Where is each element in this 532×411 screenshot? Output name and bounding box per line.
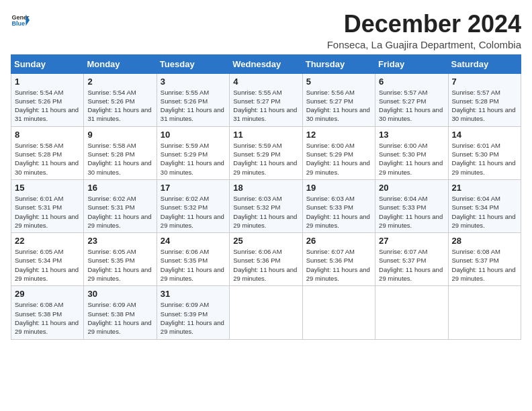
day-info: Sunrise: 5:55 AMSunset: 5:27 PMDaylight:… bbox=[233, 89, 297, 123]
day-number: 27 bbox=[379, 236, 444, 246]
weekday-header-row: SundayMondayTuesdayWednesdayThursdayFrid… bbox=[11, 54, 521, 73]
logo: General Blue bbox=[11, 11, 30, 30]
calendar-day-cell: 17 Sunrise: 6:02 AMSunset: 5:32 PMDaylig… bbox=[157, 179, 229, 232]
calendar-day-cell bbox=[448, 286, 521, 339]
calendar-day-cell: 14 Sunrise: 6:01 AMSunset: 5:30 PMDaylig… bbox=[448, 126, 521, 179]
day-number: 21 bbox=[452, 183, 517, 193]
day-info: Sunrise: 6:09 AMSunset: 5:38 PMDaylight:… bbox=[87, 301, 151, 335]
weekday-header-cell: Friday bbox=[375, 54, 448, 73]
calendar-day-cell: 9 Sunrise: 5:58 AMSunset: 5:28 PMDayligh… bbox=[84, 126, 157, 179]
day-number: 25 bbox=[233, 236, 298, 246]
day-info: Sunrise: 6:08 AMSunset: 5:38 PMDaylight:… bbox=[15, 301, 79, 335]
calendar-day-cell: 11 Sunrise: 5:59 AMSunset: 5:29 PMDaylig… bbox=[230, 126, 302, 179]
calendar-day-cell: 8 Sunrise: 5:58 AMSunset: 5:28 PMDayligh… bbox=[11, 126, 84, 179]
day-info: Sunrise: 6:02 AMSunset: 5:31 PMDaylight:… bbox=[87, 195, 151, 229]
day-info: Sunrise: 6:07 AMSunset: 5:37 PMDaylight:… bbox=[379, 248, 443, 282]
day-number: 9 bbox=[87, 130, 152, 140]
day-number: 23 bbox=[87, 236, 152, 246]
calendar-subtitle: Fonseca, La Guajira Department, Colombia bbox=[327, 39, 521, 50]
calendar-day-cell: 20 Sunrise: 6:04 AMSunset: 5:33 PMDaylig… bbox=[375, 179, 448, 232]
calendar-body: 1 Sunrise: 5:54 AMSunset: 5:26 PMDayligh… bbox=[11, 73, 521, 339]
day-info: Sunrise: 6:00 AMSunset: 5:29 PMDaylight:… bbox=[306, 142, 370, 176]
calendar-day-cell: 3 Sunrise: 5:55 AMSunset: 5:26 PMDayligh… bbox=[157, 73, 229, 126]
day-info: Sunrise: 6:06 AMSunset: 5:36 PMDaylight:… bbox=[233, 248, 297, 282]
weekday-header-cell: Tuesday bbox=[157, 54, 229, 73]
calendar-day-cell: 21 Sunrise: 6:04 AMSunset: 5:34 PMDaylig… bbox=[448, 179, 521, 232]
day-number: 2 bbox=[87, 77, 152, 87]
day-info: Sunrise: 5:56 AMSunset: 5:27 PMDaylight:… bbox=[306, 89, 370, 123]
day-number: 20 bbox=[379, 183, 444, 193]
calendar-day-cell: 23 Sunrise: 6:05 AMSunset: 5:35 PMDaylig… bbox=[84, 233, 157, 286]
day-info: Sunrise: 6:05 AMSunset: 5:35 PMDaylight:… bbox=[87, 248, 151, 282]
day-number: 4 bbox=[233, 77, 298, 87]
day-info: Sunrise: 6:09 AMSunset: 5:39 PMDaylight:… bbox=[161, 301, 224, 335]
day-number: 30 bbox=[87, 289, 152, 299]
day-number: 14 bbox=[452, 130, 517, 140]
calendar-title: December 2024 bbox=[327, 11, 521, 38]
calendar-week-row: 15 Sunrise: 6:01 AMSunset: 5:31 PMDaylig… bbox=[11, 179, 521, 232]
day-number: 1 bbox=[15, 77, 80, 87]
calendar-week-row: 22 Sunrise: 6:05 AMSunset: 5:34 PMDaylig… bbox=[11, 233, 521, 286]
day-number: 24 bbox=[161, 236, 226, 246]
header: General Blue December 2024 Fonseca, La G… bbox=[11, 11, 521, 50]
calendar-day-cell: 5 Sunrise: 5:56 AMSunset: 5:27 PMDayligh… bbox=[302, 73, 375, 126]
day-number: 10 bbox=[161, 130, 226, 140]
calendar-day-cell bbox=[302, 286, 375, 339]
calendar-day-cell: 10 Sunrise: 5:59 AMSunset: 5:29 PMDaylig… bbox=[157, 126, 229, 179]
day-number: 12 bbox=[306, 130, 371, 140]
calendar-day-cell: 2 Sunrise: 5:54 AMSunset: 5:26 PMDayligh… bbox=[84, 73, 157, 126]
day-info: Sunrise: 5:57 AMSunset: 5:28 PMDaylight:… bbox=[452, 89, 516, 123]
day-info: Sunrise: 6:04 AMSunset: 5:34 PMDaylight:… bbox=[452, 195, 516, 229]
day-info: Sunrise: 6:08 AMSunset: 5:37 PMDaylight:… bbox=[452, 248, 516, 282]
calendar-day-cell: 27 Sunrise: 6:07 AMSunset: 5:37 PMDaylig… bbox=[375, 233, 448, 286]
calendar-day-cell bbox=[375, 286, 448, 339]
day-info: Sunrise: 6:06 AMSunset: 5:35 PMDaylight:… bbox=[161, 248, 224, 282]
weekday-header-cell: Sunday bbox=[11, 54, 84, 73]
day-number: 16 bbox=[87, 183, 152, 193]
calendar-day-cell: 12 Sunrise: 6:00 AMSunset: 5:29 PMDaylig… bbox=[302, 126, 375, 179]
day-info: Sunrise: 6:01 AMSunset: 5:30 PMDaylight:… bbox=[452, 142, 516, 176]
day-number: 17 bbox=[161, 183, 226, 193]
day-info: Sunrise: 5:54 AMSunset: 5:26 PMDaylight:… bbox=[15, 89, 79, 123]
svg-text:Blue: Blue bbox=[11, 20, 25, 27]
day-number: 5 bbox=[306, 77, 371, 87]
calendar-day-cell: 16 Sunrise: 6:02 AMSunset: 5:31 PMDaylig… bbox=[84, 179, 157, 232]
day-info: Sunrise: 6:02 AMSunset: 5:32 PMDaylight:… bbox=[161, 195, 224, 229]
day-info: Sunrise: 6:01 AMSunset: 5:31 PMDaylight:… bbox=[15, 195, 79, 229]
calendar-day-cell: 28 Sunrise: 6:08 AMSunset: 5:37 PMDaylig… bbox=[448, 233, 521, 286]
day-info: Sunrise: 6:03 AMSunset: 5:32 PMDaylight:… bbox=[233, 195, 297, 229]
title-block: December 2024 Fonseca, La Guajira Depart… bbox=[327, 11, 521, 50]
calendar-day-cell: 30 Sunrise: 6:09 AMSunset: 5:38 PMDaylig… bbox=[84, 286, 157, 339]
logo-icon: General Blue bbox=[11, 11, 30, 30]
day-number: 8 bbox=[15, 130, 80, 140]
calendar-day-cell: 15 Sunrise: 6:01 AMSunset: 5:31 PMDaylig… bbox=[11, 179, 84, 232]
day-info: Sunrise: 5:58 AMSunset: 5:28 PMDaylight:… bbox=[15, 142, 79, 176]
day-info: Sunrise: 5:54 AMSunset: 5:26 PMDaylight:… bbox=[87, 89, 151, 123]
calendar-day-cell: 13 Sunrise: 6:00 AMSunset: 5:30 PMDaylig… bbox=[375, 126, 448, 179]
weekday-header-cell: Thursday bbox=[302, 54, 375, 73]
calendar-day-cell: 18 Sunrise: 6:03 AMSunset: 5:32 PMDaylig… bbox=[230, 179, 302, 232]
calendar-day-cell: 6 Sunrise: 5:57 AMSunset: 5:27 PMDayligh… bbox=[375, 73, 448, 126]
calendar-day-cell: 4 Sunrise: 5:55 AMSunset: 5:27 PMDayligh… bbox=[230, 73, 302, 126]
day-number: 18 bbox=[233, 183, 298, 193]
day-number: 6 bbox=[379, 77, 444, 87]
calendar-week-row: 8 Sunrise: 5:58 AMSunset: 5:28 PMDayligh… bbox=[11, 126, 521, 179]
day-info: Sunrise: 5:59 AMSunset: 5:29 PMDaylight:… bbox=[161, 142, 224, 176]
calendar-day-cell: 7 Sunrise: 5:57 AMSunset: 5:28 PMDayligh… bbox=[448, 73, 521, 126]
day-number: 31 bbox=[161, 289, 226, 299]
calendar-day-cell: 29 Sunrise: 6:08 AMSunset: 5:38 PMDaylig… bbox=[11, 286, 84, 339]
day-info: Sunrise: 6:05 AMSunset: 5:34 PMDaylight:… bbox=[15, 248, 79, 282]
day-info: Sunrise: 6:07 AMSunset: 5:36 PMDaylight:… bbox=[306, 248, 370, 282]
day-info: Sunrise: 6:00 AMSunset: 5:30 PMDaylight:… bbox=[379, 142, 443, 176]
calendar-day-cell: 25 Sunrise: 6:06 AMSunset: 5:36 PMDaylig… bbox=[230, 233, 302, 286]
day-info: Sunrise: 6:03 AMSunset: 5:33 PMDaylight:… bbox=[306, 195, 370, 229]
day-number: 3 bbox=[161, 77, 226, 87]
calendar-week-row: 1 Sunrise: 5:54 AMSunset: 5:26 PMDayligh… bbox=[11, 73, 521, 126]
calendar-day-cell: 22 Sunrise: 6:05 AMSunset: 5:34 PMDaylig… bbox=[11, 233, 84, 286]
day-info: Sunrise: 5:55 AMSunset: 5:26 PMDaylight:… bbox=[161, 89, 224, 123]
calendar-day-cell: 26 Sunrise: 6:07 AMSunset: 5:36 PMDaylig… bbox=[302, 233, 375, 286]
weekday-header-cell: Saturday bbox=[448, 54, 521, 73]
day-number: 19 bbox=[306, 183, 371, 193]
calendar-day-cell bbox=[230, 286, 302, 339]
weekday-header-cell: Wednesday bbox=[230, 54, 302, 73]
